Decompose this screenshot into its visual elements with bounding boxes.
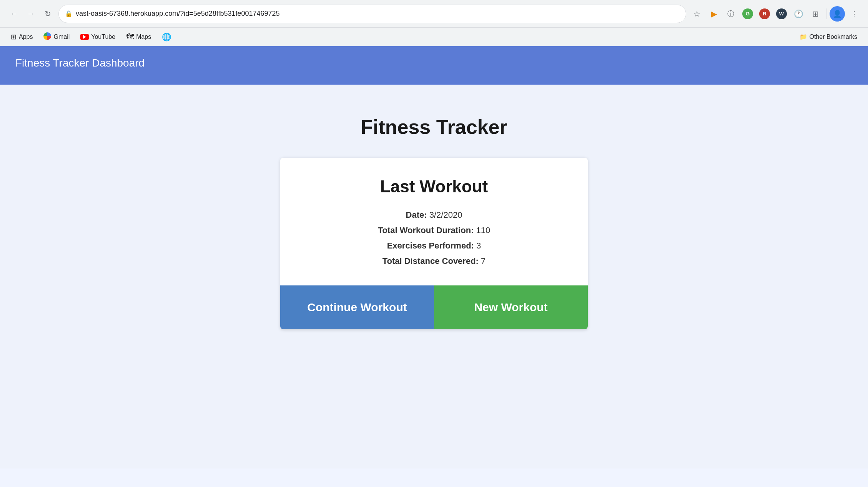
reload-button[interactable]: ↻ <box>40 6 55 22</box>
bookmark-youtube[interactable]: YouTube <box>76 31 120 43</box>
distance-value: 7 <box>481 256 486 266</box>
extension-button-5[interactable]: W <box>774 6 789 22</box>
extension-button-4[interactable]: R <box>757 6 772 22</box>
extension-button-7[interactable]: ⊞ <box>808 6 823 22</box>
workout-card-body: Last Workout Date: 3/2/2020 Total Workou… <box>280 158 588 285</box>
bookmarks-bar: ⊞ Apps Gmail YouTube 🗺 Maps 🌐 📁 O <box>0 28 868 46</box>
forward-button[interactable]: → <box>23 6 38 22</box>
extension-button-6[interactable]: 🕐 <box>791 6 806 22</box>
page-title: Fitness Tracker <box>361 115 507 138</box>
workout-date-stat: Date: 3/2/2020 <box>406 210 462 220</box>
distance-label: Total Distance Covered: <box>382 256 479 266</box>
globe-icon: 🌐 <box>162 32 171 42</box>
workout-exercises-stat: Exercises Performed: 3 <box>387 241 481 251</box>
nav-buttons: ← → ↻ <box>6 6 55 22</box>
more-icon: ⋮ <box>850 9 858 18</box>
maps-icon: 🗺 <box>126 32 134 41</box>
youtube-icon <box>80 34 89 40</box>
youtube-label: YouTube <box>91 33 115 40</box>
google-logo-icon <box>43 32 51 42</box>
other-bookmarks[interactable]: 📁 Other Bookmarks <box>795 31 862 43</box>
back-icon: ← <box>10 9 18 18</box>
grid-icon: ⊞ <box>812 9 819 18</box>
apps-grid-icon: ⊞ <box>11 33 17 41</box>
date-value: 3/2/2020 <box>429 210 462 220</box>
workout-card: Last Workout Date: 3/2/2020 Total Workou… <box>280 158 588 329</box>
last-workout-title: Last Workout <box>303 177 565 196</box>
extension-button-1[interactable]: ▶ <box>706 6 722 22</box>
grammarly-icon: G <box>742 8 753 19</box>
profile-button[interactable]: 👤 <box>830 6 845 22</box>
bookmark-star-button[interactable]: ☆ <box>689 6 705 22</box>
maps-label: Maps <box>136 33 151 40</box>
address-bar-container: 🔒 <box>58 5 686 23</box>
browser-chrome: ← → ↻ 🔒 ☆ ▶ ⓘ G <box>0 0 868 46</box>
duration-label: Total Workout Duration: <box>378 225 474 235</box>
continue-workout-button[interactable]: Continue Workout <box>280 285 434 329</box>
browser-toolbar: ← → ↻ 🔒 ☆ ▶ ⓘ G <box>0 0 868 28</box>
extension-button-2[interactable]: ⓘ <box>723 6 738 22</box>
address-bar[interactable] <box>76 10 680 18</box>
bookmark-apps[interactable]: ⊞ Apps <box>6 30 37 43</box>
forward-icon: → <box>27 9 35 18</box>
exercises-value: 3 <box>476 241 481 250</box>
gmail-label: Gmail <box>53 33 70 40</box>
app-header-title: Fitness Tracker Dashboard <box>15 57 853 69</box>
lock-icon: 🔒 <box>65 10 73 17</box>
other-bookmarks-label: Other Bookmarks <box>810 33 857 40</box>
star-icon: ☆ <box>693 9 700 18</box>
toolbar-divider <box>826 8 826 19</box>
main-content: Fitness Tracker Last Workout Date: 3/2/2… <box>0 85 868 469</box>
profile-icon: 👤 <box>833 10 841 18</box>
bookmark-globe[interactable]: 🌐 <box>157 30 176 44</box>
folder-icon: 📁 <box>800 33 807 40</box>
workout-stats: Date: 3/2/2020 Total Workout Duration: 1… <box>303 210 565 266</box>
app-header: Fitness Tracker Dashboard <box>0 46 868 85</box>
clock-icon: 🕐 <box>794 9 803 18</box>
extension-button-3[interactable]: G <box>740 6 755 22</box>
bookmark-maps[interactable]: 🗺 Maps <box>121 30 156 43</box>
exercises-label: Exercises Performed: <box>387 241 474 250</box>
date-label: Date: <box>406 210 427 220</box>
apps-label: Apps <box>19 33 33 40</box>
workout-distance-stat: Total Distance Covered: 7 <box>382 256 486 266</box>
info-icon: ⓘ <box>727 9 734 18</box>
workout-card-buttons: Continue Workout New Workout <box>280 285 588 329</box>
toolbar-icons: ☆ ▶ ⓘ G R W <box>689 6 862 22</box>
new-workout-button[interactable]: New Workout <box>434 285 588 329</box>
workout-duration-stat: Total Workout Duration: 110 <box>378 225 491 235</box>
w-icon: W <box>776 8 787 19</box>
menu-button[interactable]: ⋮ <box>846 6 862 22</box>
rakuten-icon: R <box>759 8 770 19</box>
duration-value: 110 <box>476 225 491 235</box>
arrow-icon: ▶ <box>711 9 717 18</box>
bookmark-gmail[interactable]: Gmail <box>39 30 74 44</box>
back-button[interactable]: ← <box>6 6 22 22</box>
reload-icon: ↻ <box>45 9 51 18</box>
